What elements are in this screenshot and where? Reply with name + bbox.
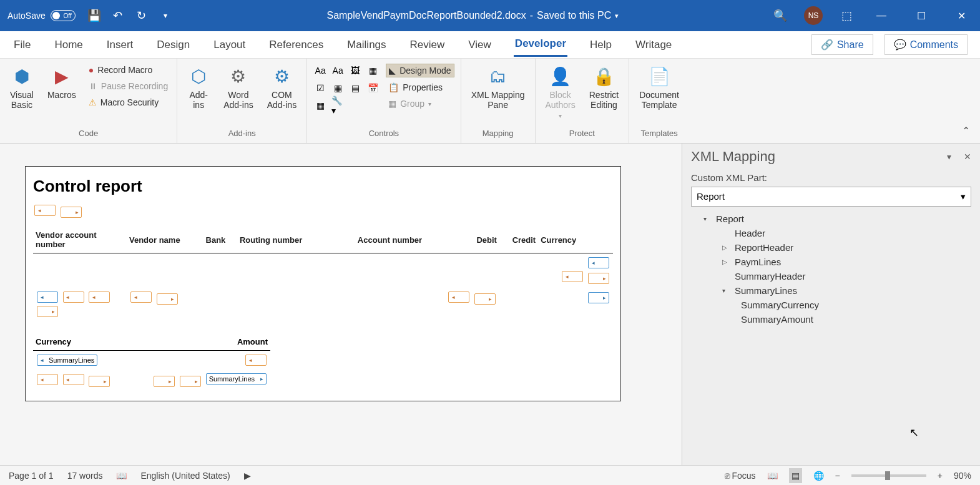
document-canvas[interactable]: Control report ◂ ▸ Vendor account number…: [0, 144, 682, 465]
macros-button[interactable]: ▶Macros: [44, 64, 80, 101]
visual-basic-button[interactable]: ⬢Visual Basic: [6, 64, 37, 111]
print-layout-icon[interactable]: ▤: [789, 468, 802, 483]
tree-node-summaryamount[interactable]: SummaryAmount: [691, 312, 971, 326]
tab-references[interactable]: References: [268, 34, 325, 56]
focus-mode-button[interactable]: ⎚ Focus: [725, 471, 756, 481]
share-button[interactable]: 🔗 Share: [811, 34, 873, 55]
redo-icon[interactable]: ↻: [135, 9, 148, 22]
dropdown-icon[interactable]: ▤: [348, 81, 362, 95]
cc-tag[interactable]: ▸: [89, 376, 110, 387]
language-indicator[interactable]: English (United States): [140, 471, 230, 481]
document-template-button[interactable]: 📄Document Template: [635, 64, 683, 111]
spelling-icon[interactable]: 📖: [116, 471, 127, 481]
zoom-thumb[interactable]: [885, 471, 890, 480]
cc-tag[interactable]: ◂: [63, 291, 84, 303]
record-macro-button[interactable]: ●Record Macro: [86, 64, 170, 76]
pane-options-icon[interactable]: ▾: [947, 152, 951, 162]
macro-indicator-icon[interactable]: ▶: [244, 471, 251, 481]
block-authors-button[interactable]: 👤Block Authors ▾: [542, 64, 579, 120]
tab-review[interactable]: Review: [409, 34, 446, 56]
tab-mailings[interactable]: Mailings: [346, 34, 387, 56]
cc-tag[interactable]: ◂: [245, 355, 267, 366]
maximize-button[interactable]: ☐: [910, 10, 933, 22]
web-layout-icon[interactable]: 🌐: [813, 471, 824, 481]
tab-help[interactable]: Help: [589, 34, 613, 56]
date-icon[interactable]: 📅: [366, 81, 380, 95]
cc-tag[interactable]: ◂: [34, 205, 56, 216]
tree-node-reportheader[interactable]: ▷ReportHeader: [691, 240, 971, 255]
close-button[interactable]: ✕: [950, 10, 973, 22]
minimize-button[interactable]: —: [870, 10, 893, 21]
cc-tag[interactable]: ◂: [448, 291, 469, 303]
tab-file[interactable]: File: [12, 34, 32, 56]
expand-icon[interactable]: ▷: [722, 258, 731, 265]
picture-icon[interactable]: 🖼: [348, 64, 362, 77]
cc-tag[interactable]: ▸: [588, 292, 609, 303]
save-icon[interactable]: 💾: [88, 9, 100, 22]
read-mode-icon[interactable]: 📖: [767, 471, 778, 481]
undo-icon[interactable]: ↶: [112, 9, 124, 22]
tab-writage[interactable]: Writage: [634, 34, 673, 56]
tab-insert[interactable]: Insert: [105, 34, 135, 56]
collapse-icon[interactable]: ▾: [722, 287, 731, 294]
cc-tag[interactable]: ◂: [130, 291, 152, 303]
building-block-icon[interactable]: ▦: [366, 64, 380, 77]
tab-home[interactable]: Home: [53, 34, 84, 56]
customize-qat-icon[interactable]: ▾: [159, 9, 172, 22]
rich-text-icon[interactable]: Aa: [313, 64, 327, 77]
cc-tag[interactable]: ◂: [37, 374, 58, 385]
tab-design[interactable]: Design: [155, 34, 191, 56]
close-icon[interactable]: ✕: [964, 152, 971, 162]
cc-tag[interactable]: ◂: [89, 291, 110, 303]
addins-button[interactable]: ⬡Add- ins: [184, 64, 213, 111]
cc-tag[interactable]: ◂: [562, 271, 583, 282]
zoom-level[interactable]: 90%: [954, 471, 971, 481]
restrict-editing-button[interactable]: 🔒Restrict Editing: [586, 64, 622, 111]
zoom-in-button[interactable]: +: [938, 471, 943, 481]
properties-button[interactable]: 📋Properties: [386, 81, 454, 94]
repeating-icon[interactable]: ▦: [313, 99, 327, 112]
zoom-slider[interactable]: [851, 474, 926, 477]
page-indicator[interactable]: Page 1 of 1: [9, 471, 54, 481]
cc-tag[interactable]: ▸: [61, 207, 82, 218]
cc-tag[interactable]: ▸: [180, 376, 201, 387]
tab-view[interactable]: View: [467, 34, 492, 56]
chevron-down-icon[interactable]: ▾: [615, 12, 619, 20]
toggle-switch[interactable]: Off: [51, 10, 76, 21]
tab-developer[interactable]: Developer: [514, 32, 567, 57]
combo-icon[interactable]: ▦: [331, 81, 345, 95]
xml-part-select[interactable]: Report ▾: [691, 187, 971, 207]
tree-node-summarylines[interactable]: ▾SummaryLines: [691, 283, 971, 298]
search-icon[interactable]: 🔍: [774, 9, 786, 22]
word-count[interactable]: 17 words: [67, 471, 103, 481]
word-addins-button[interactable]: ⚙Word Add-ins: [220, 64, 257, 111]
tree-node-paymlines[interactable]: ▷PaymLines: [691, 255, 971, 269]
tree-node-report[interactable]: ▾Report: [691, 212, 971, 226]
cc-tag[interactable]: ◂: [63, 374, 84, 385]
legacy-icon[interactable]: 🔧▾: [331, 99, 345, 112]
cc-tag[interactable]: ◂: [588, 257, 609, 268]
cc-tag[interactable]: ▸: [157, 293, 178, 305]
tree-node-header[interactable]: Header: [691, 226, 971, 240]
design-mode-button[interactable]: ◣Design Mode: [386, 64, 454, 77]
autosave-toggle[interactable]: AutoSave Off: [7, 10, 76, 21]
expand-icon[interactable]: ▷: [722, 244, 731, 251]
cc-tag[interactable]: ▸: [474, 293, 496, 305]
cc-tag[interactable]: ▸: [154, 376, 175, 387]
zoom-out-button[interactable]: −: [835, 471, 840, 481]
tab-layout[interactable]: Layout: [212, 34, 247, 56]
cc-tag[interactable]: ▸: [588, 273, 609, 284]
cc-tag[interactable]: ▸: [37, 306, 58, 317]
collapse-icon[interactable]: ▾: [703, 215, 712, 222]
comments-button[interactable]: 💬 Comments: [884, 34, 968, 55]
cc-summary-lines[interactable]: ◂SummaryLines: [37, 355, 97, 366]
cc-summary-lines[interactable]: SummaryLines▸: [206, 373, 267, 385]
ribbon-display-icon[interactable]: ⬚: [840, 9, 853, 22]
collapse-ribbon-button[interactable]: ⌃: [952, 119, 980, 143]
tree-node-summarycurrency[interactable]: SummaryCurrency: [691, 298, 971, 312]
tree-node-summaryheader[interactable]: SummaryHeader: [691, 269, 971, 283]
macro-security-button[interactable]: ⚠Macro Security: [86, 96, 170, 109]
plain-text-icon[interactable]: Aa: [331, 64, 345, 77]
avatar[interactable]: NS: [804, 6, 823, 25]
com-addins-button[interactable]: ⚙COM Add-ins: [263, 64, 300, 111]
